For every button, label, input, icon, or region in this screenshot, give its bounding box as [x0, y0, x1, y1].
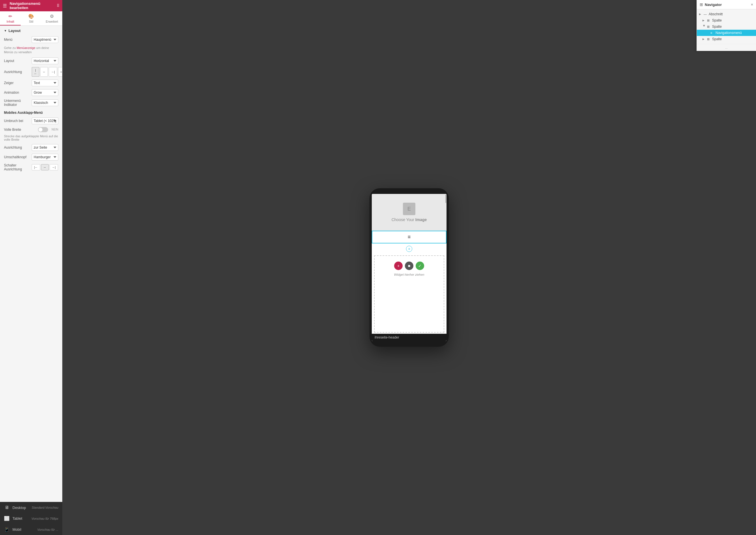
zeiger-select[interactable]: Text Zeiger: [32, 79, 58, 86]
navigator-panel-icon: ⊞: [700, 2, 703, 7]
spalte1-icon: ⊞: [707, 19, 711, 22]
device-mobil[interactable]: 📱 Mobil Vorschau für ...: [0, 524, 62, 535]
spalte2-label: Spalte: [712, 25, 754, 29]
schalter-align-right-btn[interactable]: →|: [49, 164, 58, 170]
image-placeholder: E Choose Your Image: [372, 194, 447, 231]
layout-title: Layout: [9, 29, 21, 33]
tablet-desc: Vorschau für 768px: [31, 517, 58, 520]
widget-btn-check[interactable]: ✓: [416, 262, 424, 270]
tab-stil[interactable]: 🎨 Stil: [21, 11, 41, 25]
ausrichtung-mobile-label: Ausrichtung: [4, 146, 29, 150]
widget-buttons: + ■ ✓: [394, 262, 424, 270]
desktop-desc: Standard-Vorschau: [32, 506, 58, 509]
ausrichtung-mobile-select-wrapper: zur Seite zentriert: [32, 144, 58, 151]
desktop-label: Desktop: [13, 506, 29, 510]
footer-url: ihreseite-header: [372, 334, 447, 341]
widget-btn-add[interactable]: +: [394, 262, 403, 270]
menu-link[interactable]: Menüanzeige: [17, 46, 35, 49]
menu-select[interactable]: Hauptmenü: [32, 36, 58, 43]
spalte2-icon: ⊞: [707, 25, 711, 29]
device-desktop[interactable]: 🖥 Desktop Standard-Vorschau: [0, 502, 62, 513]
settings-icon: ⚙: [50, 14, 54, 19]
layout-arrow: ▼: [4, 29, 7, 32]
panel-content: ▼ Layout Menü Hauptmenü Gehe zu Menüanze…: [0, 26, 62, 502]
layout-select[interactable]: Horizontal Vertikal: [32, 57, 58, 64]
spalte1-label: Spalte: [712, 18, 754, 22]
device-tablet[interactable]: ⬜ Tablet Vorschau für 768px: [0, 513, 62, 524]
image-placeholder-text: Choose Your Image: [392, 217, 427, 222]
tab-inhalt-label: Inhalt: [7, 20, 14, 23]
navigator-tree: ▶ — Abschnitt ▶ ⊞ Spalte ▶ ⊞ Spalte ≡ Na…: [697, 9, 756, 44]
untermenu-field-row: Untermenü Indikator Klassisch Modern: [4, 99, 58, 107]
mobil-label: Mobil: [13, 527, 35, 532]
image-text-bold: Image: [415, 217, 427, 222]
align-center-btn[interactable]: ↔: [40, 67, 48, 77]
tab-erweitert[interactable]: ⚙ Erweitert: [42, 11, 62, 25]
menu-label: Menü: [4, 38, 29, 42]
layout-label: Layout: [4, 59, 29, 63]
umbruch-select[interactable]: Tablet (< 1025px) Mobil Nie: [32, 118, 58, 124]
device-bar: 🖥 Desktop Standard-Vorschau ⬜ Tablet Vor…: [0, 502, 62, 535]
add-section-btn[interactable]: +: [406, 246, 412, 252]
abschnitt-icon: —: [704, 13, 708, 16]
tree-item-spalte-2[interactable]: ▶ ⊞ Spalte: [697, 23, 756, 30]
umbruch-field-row: Umbruch bei Tablet (< 1025px) Mobil Nie: [4, 118, 58, 124]
navigator-close-btn[interactable]: ×: [751, 2, 753, 7]
panel-title: Navigationsmenü bearbeiten: [10, 1, 54, 10]
tab-stil-label: Stil: [29, 20, 33, 23]
tab-erweitert-label: Erweitert: [46, 20, 58, 23]
scroll-indicator[interactable]: [445, 194, 447, 341]
umschaltknopf-select[interactable]: Hamburger Text: [32, 154, 58, 160]
tree-item-navigationsmenu[interactable]: ≡ Navigationsmenü: [697, 30, 756, 36]
ie-letter: E: [407, 206, 411, 212]
tabs: ✏ Inhalt 🎨 Stil ⚙ Erweitert: [0, 11, 62, 26]
add-section[interactable]: +: [372, 243, 447, 254]
menu-field-row: Menü Hauptmenü: [4, 36, 58, 43]
volle-breite-row: Volle Breite NEIN: [4, 127, 58, 132]
spalte2-arrow: ▶: [703, 25, 706, 28]
animation-select[interactable]: Grow Fade: [32, 89, 58, 96]
animation-label: Animation: [4, 91, 29, 95]
navmenu-icon: ≡: [711, 31, 714, 35]
umschaltknopf-label: Umschaltknopf: [4, 155, 29, 159]
mobil-desc: Vorschau für ...: [37, 528, 58, 531]
animation-select-wrapper: Grow Fade: [32, 89, 58, 96]
edit-icon: ✏: [9, 14, 12, 19]
elementor-icon: E: [403, 203, 415, 215]
align-plus-btn[interactable]: +: [58, 67, 62, 77]
layout-section-header: ▼ Layout: [4, 29, 58, 33]
schalter-align-left-btn[interactable]: |←: [32, 164, 40, 170]
schalter-align-center-btn[interactable]: ↔: [41, 164, 49, 170]
left-panel: ☰ Navigationsmenü bearbeiten ⠿ ✏ Inhalt …: [0, 0, 62, 535]
untermenu-select[interactable]: Klassisch Modern: [32, 99, 58, 106]
ausrichtung-field-row: Ausrichtung |← ↔ →| +: [4, 67, 58, 77]
nav-hamburger-icon: ≡: [408, 234, 411, 240]
tree-item-spalte-3[interactable]: ▶ ⊞ Spalte: [697, 36, 756, 42]
volle-breite-hint: Strecke das aufgeklappte Menü auf die vo…: [4, 134, 58, 141]
nav-bar[interactable]: ≡: [372, 231, 447, 243]
image-text-normal: Choose Your: [392, 217, 415, 222]
abschnitt-label: Abschnitt: [709, 12, 754, 16]
spalte3-label: Spalte: [712, 37, 754, 41]
align-left-btn[interactable]: |←: [32, 67, 39, 77]
tree-item-spalte-1[interactable]: ▶ ⊞ Spalte: [697, 17, 756, 23]
menu-select-wrapper: Hauptmenü: [32, 36, 58, 43]
navigator-header: ⊞ Navigator ×: [697, 0, 756, 9]
widget-btn-stop[interactable]: ■: [405, 262, 413, 270]
hamburger-icon[interactable]: ☰: [3, 3, 7, 9]
ausrichtung-mobile-row: Ausrichtung zur Seite zentriert: [4, 144, 58, 151]
mobil-icon: 📱: [4, 527, 10, 532]
tab-inhalt[interactable]: ✏ Inhalt: [0, 11, 21, 25]
main-canvas: E Choose Your Image ≡ + + ■ ✓: [62, 0, 756, 535]
navmenu-label: Navigationsmenü: [715, 31, 754, 35]
animation-field-row: Animation Grow Fade: [4, 89, 58, 96]
ausrichtung-mobile-select[interactable]: zur Seite zentriert: [32, 144, 58, 151]
align-right-btn[interactable]: →|: [49, 67, 57, 77]
zeiger-select-wrapper: Text Zeiger: [32, 79, 58, 86]
drop-zone-text: Widget hierher ziehen: [394, 273, 424, 276]
tree-item-abschnitt[interactable]: ▶ — Abschnitt: [697, 11, 756, 17]
volle-breite-toggle[interactable]: [38, 127, 48, 132]
umschaltknopf-select-wrapper: Hamburger Text: [32, 154, 58, 160]
grid-icon[interactable]: ⠿: [57, 3, 59, 8]
navigator-footer: ...: [697, 44, 756, 51]
